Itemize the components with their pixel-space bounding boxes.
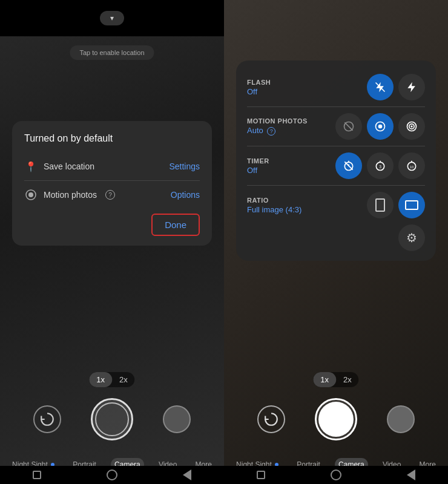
flash-value: Off: [247, 87, 367, 96]
right-panel: FLASH Off MOTIO: [224, 0, 448, 484]
timer-off-button[interactable]: [335, 152, 362, 179]
svg-point-9: [410, 125, 412, 127]
ratio-portrait-button[interactable]: [367, 192, 394, 218]
timer-3s-button[interactable]: 3: [367, 152, 394, 179]
right-preview-thumbnail[interactable]: [387, 405, 415, 433]
settings-gear-button[interactable]: ⚙: [398, 224, 425, 251]
left-zoom-1x[interactable]: 1x: [89, 372, 112, 387]
left-zoom-2x[interactable]: 2x: [112, 372, 135, 387]
motion-photos-icon: [24, 188, 38, 201]
timer-icons: 3 10: [335, 152, 425, 179]
flash-label-group: FLASH Off: [247, 79, 367, 96]
timer-label: TIMER: [247, 157, 335, 165]
right-nav-square[interactable]: [257, 471, 265, 479]
right-bottom-nav: [224, 466, 448, 484]
motion-photos-label: Motion photos: [44, 190, 97, 200]
ratio-label-group: RATIO Full image (4:3): [247, 197, 367, 214]
motion-off-button[interactable]: [335, 113, 362, 140]
left-zoom-pills: 1x 2x: [89, 372, 134, 387]
right-flip-button[interactable]: [257, 405, 285, 433]
options-link[interactable]: Options: [171, 190, 200, 200]
qs-divider-2: [247, 146, 425, 146]
left-shutter-button[interactable]: [91, 398, 133, 440]
location-bar: Tap to enable location: [70, 45, 154, 60]
chevron-down-icon[interactable]: ▾: [100, 11, 124, 25]
ratio-icons: [367, 192, 425, 218]
qs-divider-1: [247, 106, 425, 107]
motion-on-button[interactable]: [398, 113, 425, 140]
ratio-row: RATIO Full image (4:3): [247, 188, 425, 222]
motion-photos-row: Motion photos ? Options: [24, 183, 200, 206]
gear-row: ⚙: [247, 222, 425, 251]
quick-settings-panel: FLASH Off MOTIO: [236, 60, 436, 261]
timer-10s-button[interactable]: 10: [398, 152, 425, 179]
dialog-divider-1: [24, 180, 200, 181]
svg-point-1: [28, 192, 33, 197]
left-nav-square[interactable]: [33, 471, 41, 479]
right-shutter-button[interactable]: [315, 398, 357, 440]
left-shutter-inner: [95, 402, 129, 436]
motion-photos-label: MOTION PHOTOS: [247, 117, 335, 125]
left-bottom-nav: [0, 466, 224, 484]
ratio-landscape-button[interactable]: [398, 192, 425, 218]
motion-photos-icons: [335, 113, 425, 140]
flash-icons: [367, 74, 425, 100]
motion-question-icon: ?: [105, 190, 115, 200]
save-location-label: Save location: [44, 162, 94, 171]
svg-text:3: 3: [379, 165, 381, 169]
done-button[interactable]: Done: [151, 214, 200, 236]
svg-line-4: [344, 122, 352, 130]
left-flip-button[interactable]: [33, 405, 61, 433]
flash-label: FLASH: [247, 79, 367, 86]
done-btn-container: Done: [24, 214, 200, 236]
motion-photos-question: ?: [267, 127, 275, 136]
svg-point-6: [378, 125, 383, 129]
right-shutter-inner: [318, 402, 354, 437]
timer-label-group: TIMER Off: [247, 157, 335, 175]
left-preview-thumbnail[interactable]: [163, 405, 191, 433]
left-nav-triangle[interactable]: [183, 469, 191, 480]
motion-photos-label-group: MOTION PHOTOS Auto ?: [247, 117, 335, 136]
left-top-bar: ▾: [0, 0, 224, 36]
timer-row: TIMER Off 3: [247, 149, 425, 183]
right-zoom-1x[interactable]: 1x: [313, 372, 336, 387]
svg-text:10: 10: [410, 165, 414, 169]
motion-auto-button[interactable]: [367, 113, 394, 140]
left-panel: ▾ Tap to enable location Turned on by de…: [0, 0, 224, 484]
qs-divider-3: [247, 185, 425, 186]
motion-photos-row: MOTION PHOTOS Auto ?: [247, 110, 425, 143]
settings-link[interactable]: Settings: [169, 162, 200, 171]
flash-off-button[interactable]: [367, 74, 394, 100]
flash-row: FLASH Off: [247, 70, 425, 104]
location-icon: 📍: [24, 160, 38, 173]
left-camera-controls: [0, 390, 224, 448]
flash-on-button[interactable]: [398, 74, 425, 100]
right-zoom-pills: 1x 2x: [313, 372, 358, 387]
right-zoom-2x[interactable]: 2x: [336, 372, 359, 387]
timer-value: Off: [247, 166, 335, 175]
right-nav-triangle[interactable]: [407, 469, 415, 480]
dialog-title: Turned on by default: [24, 133, 200, 144]
ratio-value: Full image (4:3): [247, 205, 367, 214]
dialog-box: Turned on by default 📍 Save location Set…: [12, 121, 212, 246]
right-nav-circle[interactable]: [331, 469, 341, 480]
motion-photos-value: Auto ?: [247, 126, 335, 136]
save-location-row: 📍 Save location Settings: [24, 155, 200, 178]
right-camera-controls: [224, 390, 448, 448]
left-nav-circle[interactable]: [107, 469, 117, 480]
ratio-label: RATIO: [247, 197, 367, 204]
